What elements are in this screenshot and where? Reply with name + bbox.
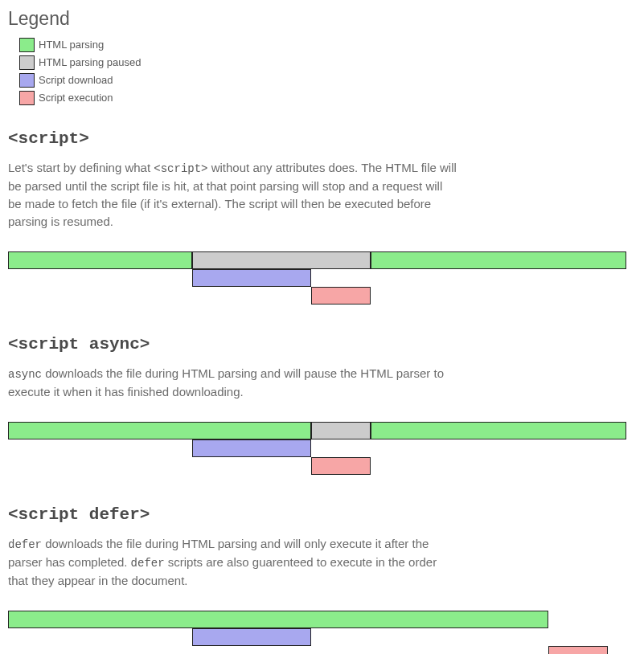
- timeline-row: [8, 646, 626, 654]
- legend-title: Legend: [8, 8, 636, 30]
- swatch-icon: [19, 91, 35, 105]
- timeline-bar-grey: [192, 251, 371, 269]
- section-script-defer: <script defer> defer downloads the file …: [8, 505, 636, 654]
- inline-code: defer: [131, 557, 165, 570]
- legend-item: HTML parsing paused: [8, 54, 636, 72]
- legend-label: HTML parsing paused: [39, 54, 141, 72]
- timeline-bar-grey: [311, 422, 371, 439]
- timeline-diagram: [8, 611, 626, 654]
- inline-code: defer: [8, 538, 42, 551]
- timeline-bar-blue: [192, 439, 311, 457]
- legend-item: Script execution: [8, 89, 636, 107]
- timeline-bar-red: [311, 457, 371, 475]
- timeline-row: [8, 269, 626, 287]
- timeline-bar-green: [371, 422, 626, 439]
- swatch-icon: [19, 38, 35, 52]
- timeline-row: [8, 457, 626, 475]
- timeline-row: [8, 287, 626, 305]
- legend-label: Script execution: [39, 89, 113, 107]
- timeline-diagram: [8, 251, 626, 305]
- timeline-row: [8, 611, 626, 628]
- timeline-bar-blue: [192, 269, 311, 287]
- legend-label: Script download: [39, 72, 113, 89]
- swatch-icon: [19, 73, 35, 88]
- timeline-row: [8, 439, 626, 457]
- timeline-bar-blue: [192, 628, 311, 646]
- section-script: <script> Let's start by defining what <s…: [8, 129, 636, 305]
- section-heading: <script defer>: [8, 505, 636, 524]
- timeline-row: [8, 422, 626, 439]
- inline-code: async: [8, 368, 42, 381]
- timeline-diagram: [8, 422, 626, 475]
- timeline-bar-red: [311, 287, 371, 305]
- timeline-row: [8, 251, 626, 269]
- timeline-bar-green: [371, 251, 626, 269]
- legend-label: HTML parsing: [39, 36, 104, 54]
- section-body: async downloads the file during HTML par…: [8, 365, 458, 401]
- timeline-bar-red: [548, 646, 608, 654]
- section-script-async: <script async> async downloads the file …: [8, 335, 636, 475]
- legend-item: Script download: [8, 72, 636, 89]
- section-heading: <script>: [8, 129, 636, 148]
- swatch-icon: [19, 55, 35, 70]
- legend-list: HTML parsing HTML parsing paused Script …: [8, 36, 636, 107]
- inline-code: <script>: [154, 162, 207, 175]
- section-body: Let's start by defining what <script> wi…: [8, 159, 458, 231]
- section-heading: <script async>: [8, 335, 636, 354]
- timeline-bar-green: [8, 251, 192, 269]
- section-body: defer downloads the file during HTML par…: [8, 535, 458, 590]
- timeline-bar-green: [8, 422, 311, 439]
- timeline-bar-green: [8, 611, 548, 628]
- legend-item: HTML parsing: [8, 36, 636, 54]
- timeline-row: [8, 628, 626, 646]
